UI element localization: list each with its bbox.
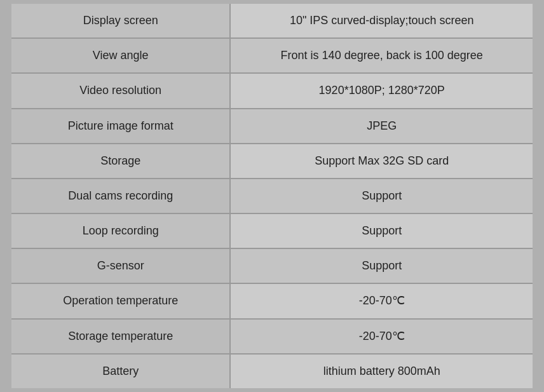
spec-value: Support [230, 213, 533, 248]
spec-value: Support Max 32G SD card [230, 144, 533, 179]
spec-label: Loop recording [11, 213, 230, 248]
table-row: Operation temperature-20-70℃ [11, 283, 533, 318]
spec-value: lithium battery 800mAh [230, 354, 533, 388]
spec-value: 1920*1080P; 1280*720P [230, 73, 533, 108]
table-row: Display screen10" IPS curved-display;tou… [11, 4, 533, 38]
table-row: StorageSupport Max 32G SD card [11, 144, 533, 179]
spec-label: View angle [11, 38, 230, 73]
spec-label: Video resolution [11, 73, 230, 108]
table-row: Dual cams recordingSupport [11, 179, 533, 213]
spec-label: Battery [11, 354, 230, 388]
spec-value: 10" IPS curved-display;touch screen [230, 4, 533, 38]
specs-table: Display screen10" IPS curved-display;tou… [11, 4, 533, 388]
spec-label: Picture image format [11, 109, 230, 144]
spec-label: Display screen [11, 4, 230, 38]
spec-label: Storage temperature [11, 319, 230, 354]
spec-value: Support [230, 248, 533, 283]
table-row: G-sensorSupport [11, 248, 533, 283]
spec-label: Storage [11, 144, 230, 179]
spec-label: G-sensor [11, 248, 230, 283]
spec-value: Front is 140 degree, back is 100 degree [230, 38, 533, 73]
spec-label: Operation temperature [11, 283, 230, 318]
table-row: Batterylithium battery 800mAh [11, 354, 533, 388]
spec-value: -20-70℃ [230, 283, 533, 318]
spec-value: -20-70℃ [230, 319, 533, 354]
table-row: Loop recordingSupport [11, 213, 533, 248]
spec-label: Dual cams recording [11, 179, 230, 213]
table-row: View angleFront is 140 degree, back is 1… [11, 38, 533, 73]
table-row: Picture image formatJPEG [11, 109, 533, 144]
spec-value: JPEG [230, 109, 533, 144]
table-row: Video resolution1920*1080P; 1280*720P [11, 73, 533, 108]
table-row: Storage temperature-20-70℃ [11, 319, 533, 354]
spec-value: Support [230, 179, 533, 213]
